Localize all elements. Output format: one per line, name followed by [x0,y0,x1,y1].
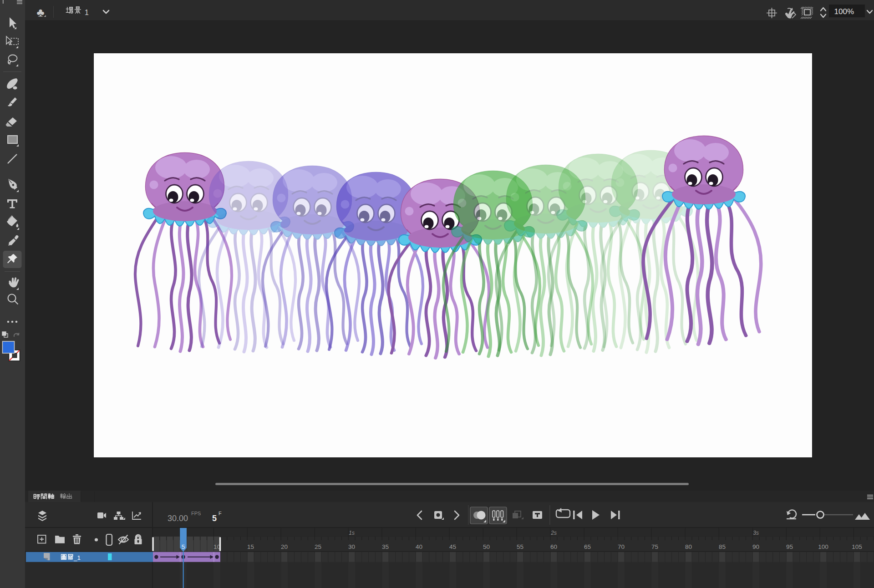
svg-text:60: 60 [550,543,557,550]
svg-text:95: 95 [786,543,793,550]
svg-text:1: 1 [85,9,89,16]
svg-text:75: 75 [651,543,658,550]
svg-text:30.00: 30.00 [168,514,188,523]
svg-text:♣: ♣ [36,5,44,19]
svg-text:25: 25 [315,543,321,550]
svg-text:85: 85 [719,543,726,550]
svg-text:5: 5 [182,543,185,550]
svg-text:100%: 100% [834,7,854,16]
svg-text:70: 70 [618,543,625,550]
svg-text:20: 20 [281,543,288,550]
svg-text:2s: 2s [550,530,557,536]
svg-text:FPS: FPS [191,511,201,516]
svg-text:100: 100 [818,543,828,550]
svg-text:90: 90 [752,543,759,550]
svg-text:35: 35 [382,543,389,550]
svg-text:65: 65 [584,543,591,550]
svg-text:1s: 1s [349,530,355,536]
svg-text:15: 15 [247,543,254,550]
svg-text:45: 45 [449,543,456,550]
svg-text:40: 40 [416,543,422,550]
svg-text:_1: _1 [73,554,81,561]
svg-text:80: 80 [685,543,692,550]
svg-text:55: 55 [517,543,523,550]
svg-text:50: 50 [483,543,490,550]
svg-text:105: 105 [852,543,862,550]
svg-text:5: 5 [212,514,217,523]
svg-text:F: F [218,511,222,516]
svg-text:30: 30 [348,543,355,550]
svg-text:3s: 3s [753,530,759,536]
